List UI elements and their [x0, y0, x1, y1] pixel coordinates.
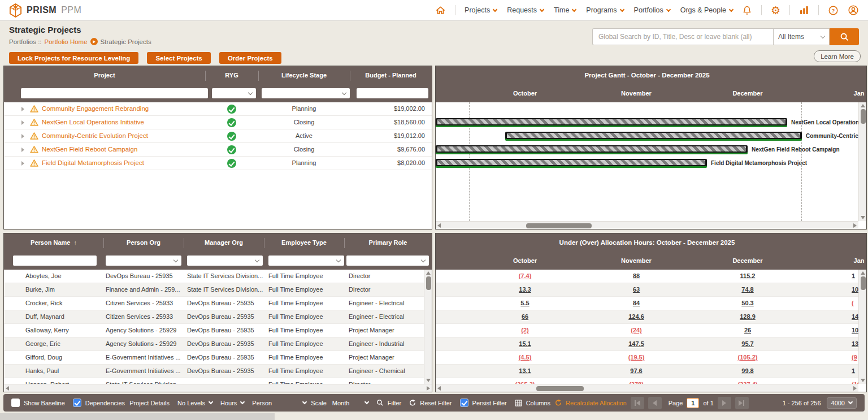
allocation-value-link[interactable]: 10 [852, 286, 858, 293]
hours-dropdown[interactable]: Hours [220, 400, 244, 406]
allocation-value-link[interactable]: 13 [852, 340, 858, 347]
allocation-value-link[interactable]: 1 [852, 367, 855, 374]
reports-chart-icon[interactable] [799, 5, 809, 15]
expand-caret-icon[interactable] [21, 107, 24, 111]
column-header-primary-role[interactable]: Primary Role [344, 233, 432, 252]
person-name-filter-input[interactable] [13, 256, 97, 266]
allocation-value-link[interactable]: 13.1 [500, 367, 550, 374]
allocation-value-link[interactable]: 15.1 [500, 340, 550, 347]
next-page-button[interactable] [718, 397, 731, 409]
column-header-manager-org[interactable]: Manager Org [184, 233, 264, 252]
column-header-lifecycle[interactable]: Lifecycle Stage [258, 66, 350, 84]
expand-caret-icon[interactable] [21, 120, 24, 125]
primary-role-filter-select[interactable] [346, 256, 429, 266]
home-icon[interactable] [435, 5, 446, 16]
project-filter-input[interactable] [21, 88, 208, 98]
allocation-value-link[interactable]: 1 [852, 272, 855, 279]
action-button[interactable]: Select Projects [147, 52, 210, 64]
brand-logo[interactable]: PRISM PPM [9, 3, 81, 18]
column-header-employee-type[interactable]: Employee Type [264, 233, 344, 252]
person-dropdown[interactable]: Person [252, 400, 306, 406]
notifications-bell-icon[interactable] [742, 5, 752, 16]
expand-caret-icon[interactable] [21, 148, 24, 152]
lifecycle-filter-select[interactable] [262, 88, 350, 98]
action-button[interactable]: Lock Projects for Resource Leveling [9, 52, 138, 64]
allocation-value-link[interactable]: 115.2 [722, 272, 773, 279]
employee-type-filter-select[interactable] [268, 256, 344, 266]
show-baseline-checkbox[interactable] [11, 399, 20, 407]
dependencies-checkbox[interactable] [73, 399, 81, 407]
allocation-value-link[interactable]: 128.9 [722, 313, 773, 320]
nav-item-time[interactable]: Time [554, 6, 576, 14]
expand-caret-icon[interactable] [21, 161, 24, 166]
people-horizontal-scrollbar[interactable] [4, 384, 432, 392]
gantt-horizontal-scrollbar[interactable] [436, 221, 858, 229]
project-link[interactable]: NextGen Local Operations Initiative [42, 119, 144, 125]
learn-more-button[interactable]: Learn More [814, 50, 861, 62]
gantt-bar[interactable] [436, 118, 787, 125]
project-link[interactable]: Field Digital Metamorphosis Project [42, 159, 144, 166]
settings-gear-icon[interactable]: ⚙ [771, 5, 780, 16]
scale-dropdown[interactable]: Month [332, 400, 368, 406]
project-details-button[interactable]: Project Details [129, 400, 170, 406]
filter-button[interactable]: Filter [376, 399, 401, 406]
page-size-select[interactable]: 4000 [827, 397, 857, 409]
column-header-ryg[interactable]: RYG [205, 66, 258, 84]
allocation-value-link[interactable]: (4.5) [500, 354, 550, 361]
gantt-bar[interactable] [436, 159, 707, 166]
allocation-value-link[interactable]: ( [852, 300, 854, 306]
project-link[interactable]: Community Engagement Rebranding [42, 105, 149, 112]
first-page-button[interactable] [631, 397, 644, 409]
columns-button[interactable]: Columns [515, 400, 550, 406]
column-header-person-org[interactable]: Person Org [103, 233, 184, 252]
nav-item-orgs-people[interactable]: Orgs & People [680, 6, 733, 14]
allocation-value-link[interactable]: 26 [722, 327, 773, 334]
column-header-budget[interactable]: Budget - Planned [350, 66, 432, 84]
help-icon[interactable]: ? [828, 5, 839, 16]
persist-filter-checkbox[interactable] [460, 399, 468, 407]
breadcrumb-link[interactable]: Portfolio Home [45, 38, 88, 45]
allocation-vertical-scrollbar[interactable] [858, 270, 866, 384]
search-scope-select[interactable]: All Items [773, 28, 830, 45]
search-button[interactable] [830, 28, 859, 45]
project-link[interactable]: Community-Centric Evolution Project [42, 132, 148, 139]
manager-org-filter-select[interactable] [187, 256, 263, 266]
allocation-value-link[interactable]: (24) [611, 327, 662, 334]
allocation-value-link[interactable]: 10 [852, 327, 858, 334]
gantt-bar[interactable] [436, 145, 748, 153]
allocation-value-link[interactable]: 88 [611, 272, 662, 279]
allocation-value-link[interactable]: 99.8 [722, 367, 773, 374]
ryg-filter-select[interactable] [212, 88, 256, 98]
gantt-bar[interactable] [505, 132, 802, 139]
action-button[interactable]: Order Projects [219, 52, 281, 64]
allocation-value-link[interactable]: 147.5 [611, 340, 662, 347]
nav-item-projects[interactable]: Projects [465, 6, 497, 14]
recalculate-allocation-button[interactable]: Recalculate Allocation [555, 399, 627, 406]
project-link[interactable]: NextGen Field Reboot Campaign [42, 146, 137, 153]
profile-icon[interactable] [848, 5, 859, 16]
allocation-value-link[interactable]: (19.5) [611, 354, 662, 361]
previous-page-button[interactable] [648, 397, 662, 409]
allocation-value-link[interactable]: 66 [500, 313, 550, 320]
reset-filter-button[interactable]: Reset Filter [409, 399, 452, 406]
allocation-value-link[interactable]: 13.3 [500, 286, 550, 293]
allocation-value-link[interactable]: 74.8 [722, 286, 773, 293]
allocation-value-link[interactable]: 84 [611, 300, 662, 306]
levels-dropdown[interactable]: No Levels [177, 400, 212, 406]
people-vertical-scrollbar[interactable] [424, 270, 432, 384]
last-page-button[interactable] [735, 397, 749, 409]
expand-caret-icon[interactable] [21, 134, 24, 138]
person-org-filter-select[interactable] [106, 256, 181, 266]
allocation-value-link[interactable]: 63 [611, 286, 662, 293]
nav-item-programs[interactable]: Programs [586, 6, 623, 14]
column-header-person-name[interactable]: Person Name ↑ [4, 233, 103, 252]
search-input[interactable] [592, 28, 773, 45]
allocation-value-link[interactable]: 95.7 [722, 340, 773, 347]
allocation-value-link[interactable]: 50.3 [722, 300, 773, 306]
allocation-value-link[interactable]: (7.4) [500, 272, 550, 279]
nav-item-portfolios[interactable]: Portfolios [634, 6, 670, 14]
allocation-horizontal-scrollbar[interactable] [436, 384, 858, 392]
nav-item-requests[interactable]: Requests [507, 6, 544, 14]
budget-filter-input[interactable] [357, 88, 428, 98]
allocation-value-link[interactable]: (105.2) [722, 354, 773, 361]
